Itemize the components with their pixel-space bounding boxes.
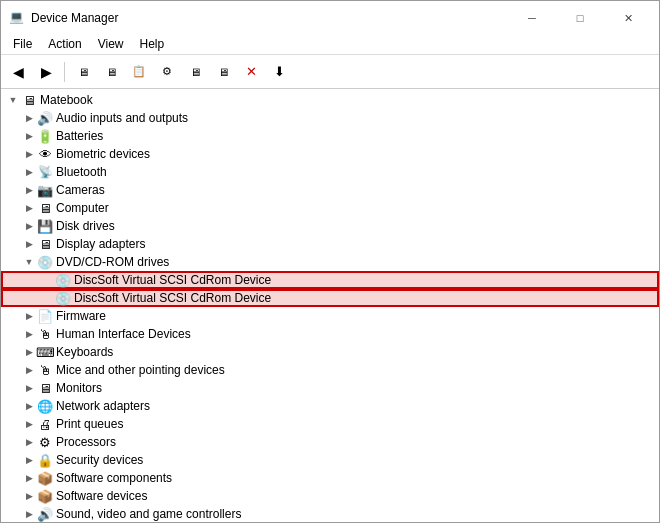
list-item[interactable]: ▶ ⌨ Keyboards [1, 343, 659, 361]
root-expand[interactable]: ▼ [5, 92, 21, 108]
close-button[interactable]: ✕ [605, 7, 651, 29]
dvd-icon: 💿 [37, 254, 53, 270]
biometric-icon: 👁 [37, 146, 53, 162]
toolbar-device1[interactable]: 🖥 [70, 59, 96, 85]
menu-view[interactable]: View [90, 35, 132, 53]
list-item[interactable]: ▶ 🌐 Network adapters [1, 397, 659, 415]
expand-security[interactable]: ▶ [21, 452, 37, 468]
mice-label: Mice and other pointing devices [56, 363, 225, 377]
minimize-button[interactable]: ─ [509, 7, 555, 29]
toolbar-back[interactable]: ◀ [5, 59, 31, 85]
disc2-label: DiscSoft Virtual SCSI CdRom Device [74, 291, 271, 305]
tree-view[interactable]: ▼ 🖥 Matebook ▶ 🔊 Audio inputs and output… [1, 89, 659, 522]
list-item[interactable]: ▶ 🔊 Sound, video and game controllers [1, 505, 659, 522]
toolbar-sep-1 [64, 62, 65, 82]
expand-computer[interactable]: ▶ [21, 200, 37, 216]
list-item[interactable]: ▶ 🖨 Print queues [1, 415, 659, 433]
keyboards-label: Keyboards [56, 345, 113, 359]
monitors-label: Monitors [56, 381, 102, 395]
expand-biometric[interactable]: ▶ [21, 146, 37, 162]
bluetooth-label: Bluetooth [56, 165, 107, 179]
cameras-icon: 📷 [37, 182, 53, 198]
discsoft-item-2[interactable]: 💿 DiscSoft Virtual SCSI CdRom Device [1, 289, 659, 307]
tree-root[interactable]: ▼ 🖥 Matebook [1, 91, 659, 109]
dvdcdrom-item[interactable]: ▼ 💿 DVD/CD-ROM drives [1, 253, 659, 271]
expand-hid[interactable]: ▶ [21, 326, 37, 342]
list-item[interactable]: ▶ ⚙ Processors [1, 433, 659, 451]
toolbar-prop[interactable]: 📋 [126, 59, 152, 85]
menu-help[interactable]: Help [132, 35, 173, 53]
list-item[interactable]: ▶ 👁 Biometric devices [1, 145, 659, 163]
expand-firmware[interactable]: ▶ [21, 308, 37, 324]
sound-icon: 🔊 [37, 506, 53, 522]
title-bar: 💻 Device Manager ─ □ ✕ [1, 1, 659, 33]
biometric-label: Biometric devices [56, 147, 150, 161]
maximize-button[interactable]: □ [557, 7, 603, 29]
list-item[interactable]: ▶ 📦 Software devices [1, 487, 659, 505]
toolbar-device4[interactable]: 🖥 [210, 59, 236, 85]
menu-bar: File Action View Help [1, 33, 659, 55]
list-item[interactable]: ▶ 🔋 Batteries [1, 127, 659, 145]
audio-icon: 🔊 [37, 110, 53, 126]
expand-sw-devices[interactable]: ▶ [21, 488, 37, 504]
hid-icon: 🖱 [37, 326, 53, 342]
expand-sound[interactable]: ▶ [21, 506, 37, 522]
expand-sw-components[interactable]: ▶ [21, 470, 37, 486]
list-item[interactable]: ▶ 🖥 Monitors [1, 379, 659, 397]
expand-bluetooth[interactable]: ▶ [21, 164, 37, 180]
expand-batteries[interactable]: ▶ [21, 128, 37, 144]
list-item[interactable]: ▶ 📷 Cameras [1, 181, 659, 199]
hid-label: Human Interface Devices [56, 327, 191, 341]
list-item[interactable]: ▶ 🖥 Computer [1, 199, 659, 217]
print-icon: 🖨 [37, 416, 53, 432]
bluetooth-icon: 📡 [37, 164, 53, 180]
title-bar-left: 💻 Device Manager [9, 10, 118, 26]
batteries-label: Batteries [56, 129, 103, 143]
list-item[interactable]: ▶ 💾 Disk drives [1, 217, 659, 235]
list-item[interactable]: ▶ 🔒 Security devices [1, 451, 659, 469]
list-item[interactable]: ▶ 🔊 Audio inputs and outputs [1, 109, 659, 127]
expand-print[interactable]: ▶ [21, 416, 37, 432]
disc1-label: DiscSoft Virtual SCSI CdRom Device [74, 273, 271, 287]
disc1-icon: 💿 [55, 272, 71, 288]
list-item[interactable]: ▶ 📄 Firmware [1, 307, 659, 325]
audio-label: Audio inputs and outputs [56, 111, 188, 125]
expand-display[interactable]: ▶ [21, 236, 37, 252]
list-item[interactable]: ▶ 📦 Software components [1, 469, 659, 487]
toolbar-device2[interactable]: 🖥 [98, 59, 124, 85]
menu-action[interactable]: Action [40, 35, 89, 53]
batteries-icon: 🔋 [37, 128, 53, 144]
sw-devices-label: Software devices [56, 489, 147, 503]
sw-devices-icon: 📦 [37, 488, 53, 504]
sw-components-label: Software components [56, 471, 172, 485]
expand-cameras[interactable]: ▶ [21, 182, 37, 198]
list-item[interactable]: ▶ 🖥 Display adapters [1, 235, 659, 253]
list-item[interactable]: ▶ 📡 Bluetooth [1, 163, 659, 181]
cameras-label: Cameras [56, 183, 105, 197]
expand-monitors[interactable]: ▶ [21, 380, 37, 396]
list-item[interactable]: ▶ 🖱 Mice and other pointing devices [1, 361, 659, 379]
expand-dvd[interactable]: ▼ [21, 254, 37, 270]
disc2-icon: 💿 [55, 290, 71, 306]
monitors-icon: 🖥 [37, 380, 53, 396]
expand-network[interactable]: ▶ [21, 398, 37, 414]
expand-audio[interactable]: ▶ [21, 110, 37, 126]
firmware-icon: 📄 [37, 308, 53, 324]
firmware-label: Firmware [56, 309, 106, 323]
menu-file[interactable]: File [5, 35, 40, 53]
sw-components-icon: 📦 [37, 470, 53, 486]
toolbar-scan[interactable]: ⬇ [266, 59, 292, 85]
expand-processors[interactable]: ▶ [21, 434, 37, 450]
toolbar-update[interactable]: ⚙ [154, 59, 180, 85]
computer-icon: 🖥 [37, 200, 53, 216]
toolbar: ◀ ▶ 🖥 🖥 📋 ⚙ 🖥 🖥 ✕ ⬇ [1, 55, 659, 89]
expand-disk[interactable]: ▶ [21, 218, 37, 234]
display-icon: 🖥 [37, 236, 53, 252]
toolbar-remove[interactable]: ✕ [238, 59, 264, 85]
toolbar-device3[interactable]: 🖥 [182, 59, 208, 85]
expand-mice[interactable]: ▶ [21, 362, 37, 378]
toolbar-forward[interactable]: ▶ [33, 59, 59, 85]
processors-icon: ⚙ [37, 434, 53, 450]
list-item[interactable]: ▶ 🖱 Human Interface Devices [1, 325, 659, 343]
discsoft-item-1[interactable]: 💿 DiscSoft Virtual SCSI CdRom Device [1, 271, 659, 289]
